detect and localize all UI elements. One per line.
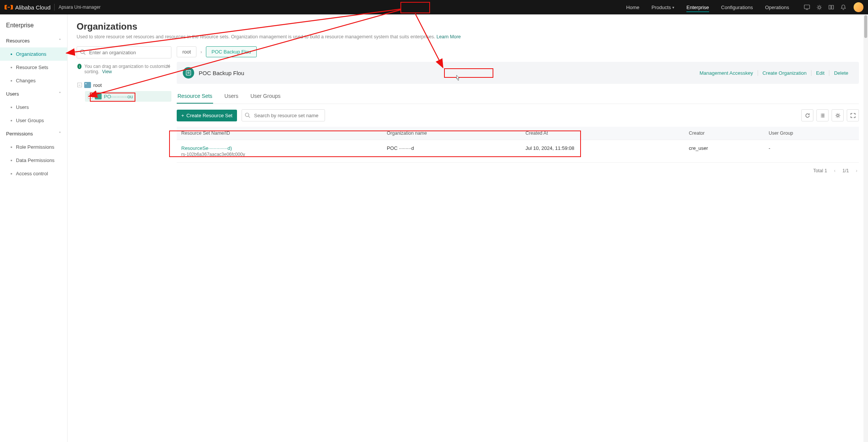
- learn-more-link[interactable]: Learn More: [436, 34, 461, 39]
- nav-enterprise[interactable]: Enterprise: [681, 0, 714, 14]
- bell-icon[interactable]: [840, 4, 847, 11]
- org-actions: Management Accesskey Create Organization…: [695, 70, 853, 76]
- tree-node-child[interactable]: + PO············ou: [85, 91, 171, 102]
- sidebar-item-role-perms[interactable]: Role Permissions: [0, 140, 67, 154]
- svg-point-5: [837, 114, 839, 116]
- create-resource-set-button[interactable]: + Create Resource Set: [177, 110, 237, 121]
- sidebar-item-changes[interactable]: Changes: [0, 74, 67, 87]
- tab-user-groups[interactable]: User Groups: [250, 89, 281, 104]
- org-name: POC Backup Flou: [199, 70, 244, 76]
- table-row[interactable]: ResourceSe··············d) rs-102b6a367a…: [177, 140, 859, 163]
- info-icon: i: [77, 64, 82, 69]
- avatar[interactable]: [854, 2, 863, 12]
- button-label: Create Resource Set: [187, 113, 232, 118]
- topbar-divider: [54, 4, 55, 11]
- sidebar: Enterprise Resources ˄ Organizations Res…: [0, 14, 67, 442]
- org-tree: − root + PO············ou: [77, 80, 171, 102]
- brand-logo-icon: [5, 4, 13, 10]
- org-icon: [84, 82, 91, 88]
- chevron-up-icon: ˄: [59, 91, 61, 97]
- svg-point-1: [818, 6, 820, 8]
- breadcrumb-root[interactable]: root: [177, 46, 196, 57]
- nav-config-label: Configurations: [721, 5, 753, 10]
- settings-icon[interactable]: [832, 109, 844, 121]
- nav-home[interactable]: Home: [621, 0, 645, 14]
- tree-node-label: PO············ou: [104, 94, 133, 99]
- main-content: Organizations Used to store resource set…: [67, 14, 868, 442]
- refresh-icon[interactable]: [801, 109, 813, 121]
- sidebar-item-user-groups[interactable]: User Groups: [0, 114, 67, 127]
- resource-set-search-input[interactable]: [242, 109, 325, 121]
- sidebar-group-permissions[interactable]: Permissions ˄: [0, 127, 67, 140]
- sidebar-item-label: Organizations: [16, 51, 46, 57]
- delete-link[interactable]: Delete: [829, 70, 853, 76]
- topnav: Home Products ▾ Enterprise Configuration…: [621, 0, 863, 14]
- page-title: Organizations: [77, 21, 859, 32]
- collapse-icon[interactable]: −: [77, 83, 82, 87]
- sidebar-group-users[interactable]: Users ˄: [0, 87, 67, 101]
- sidebar-item-label: Changes: [16, 78, 36, 83]
- book-icon[interactable]: [828, 4, 835, 11]
- expand-icon[interactable]: +: [88, 94, 93, 99]
- screen-icon[interactable]: [804, 4, 810, 11]
- sidebar-item-data-perms[interactable]: Data Permissions: [0, 154, 67, 167]
- nav-configurations[interactable]: Configurations: [716, 0, 758, 14]
- list-view-icon[interactable]: [816, 109, 829, 121]
- topbar-icons: [804, 4, 847, 11]
- nav-products[interactable]: Products ▾: [646, 0, 680, 14]
- org-badge-icon: [183, 67, 194, 79]
- detail-tabs: Resource Sets Users User Groups: [177, 89, 859, 104]
- search-icon: [245, 112, 250, 119]
- svg-point-2: [80, 50, 84, 53]
- sidebar-item-label: User Groups: [16, 118, 44, 123]
- col-name: Resource Set Name/ID: [177, 127, 382, 140]
- resource-set-name-link[interactable]: ResourceSe··············d): [181, 145, 378, 151]
- cell-created: Jul 10, 2024, 11:59:08: [521, 140, 684, 163]
- sidebar-group-label: Resources: [6, 38, 30, 44]
- hint-view-link[interactable]: View: [102, 69, 112, 74]
- sidebar-item-users[interactable]: Users: [0, 101, 67, 114]
- sidebar-item-resource-sets[interactable]: Resource Sets: [0, 61, 67, 74]
- cell-usergroup: -: [764, 140, 859, 163]
- pager-total: Total 1: [813, 168, 827, 173]
- page-description: Used to store resource set resources and…: [77, 34, 859, 39]
- org-search-input[interactable]: [77, 46, 171, 58]
- nav-products-label: Products: [651, 5, 671, 10]
- breadcrumb-current[interactable]: POC Backup Flou: [206, 46, 257, 57]
- sidebar-item-organizations[interactable]: Organizations: [0, 47, 67, 61]
- col-org: Organization name: [382, 127, 521, 140]
- table-header: Resource Set Name/ID Organization name C…: [177, 127, 859, 140]
- search-icon: [80, 49, 86, 56]
- svg-point-4: [245, 113, 249, 116]
- gear-icon[interactable]: [816, 4, 822, 11]
- org-detail-column: root › POC Backup Flou POC Backup Flou M…: [177, 46, 859, 175]
- product-name: Apsara Uni-manager: [58, 5, 100, 10]
- management-accesskey-link[interactable]: Management Accesskey: [695, 70, 758, 76]
- nav-operations[interactable]: Operations: [760, 0, 794, 14]
- tab-resource-sets[interactable]: Resource Sets: [177, 89, 213, 104]
- edit-link[interactable]: Edit: [811, 70, 829, 76]
- tree-node-root[interactable]: − root: [77, 80, 171, 90]
- scrollbar[interactable]: [863, 15, 868, 442]
- topbar: Alibaba Cloud Apsara Uni-manager Home Pr…: [0, 0, 868, 14]
- col-created: Created At: [521, 127, 684, 140]
- sidebar-item-access-control[interactable]: Access control: [0, 167, 67, 180]
- fullscreen-icon[interactable]: [847, 109, 859, 121]
- cell-creator: cre_user: [684, 140, 764, 163]
- nav-enterprise-label: Enterprise: [686, 5, 709, 10]
- sidebar-item-label: Access control: [16, 171, 48, 176]
- pager-next-icon[interactable]: ›: [854, 167, 859, 175]
- create-organization-link[interactable]: Create Organization: [758, 70, 811, 76]
- pager-page: 1/1: [842, 168, 849, 173]
- toolbar-right: [801, 109, 859, 121]
- tab-users[interactable]: Users: [224, 89, 239, 104]
- sidebar-title: Enterprise: [0, 19, 67, 34]
- sidebar-group-resources[interactable]: Resources ˄: [0, 34, 67, 47]
- org-icon: [95, 93, 102, 99]
- pager-prev-icon[interactable]: ‹: [832, 167, 837, 175]
- hint-text: You can drag an organization to customiz…: [85, 64, 170, 74]
- close-icon[interactable]: ✕: [166, 63, 171, 69]
- page-description-text: Used to store resource set resources and…: [77, 34, 435, 39]
- chevron-up-icon: ˄: [59, 131, 61, 137]
- sidebar-item-label: Data Permissions: [16, 157, 55, 163]
